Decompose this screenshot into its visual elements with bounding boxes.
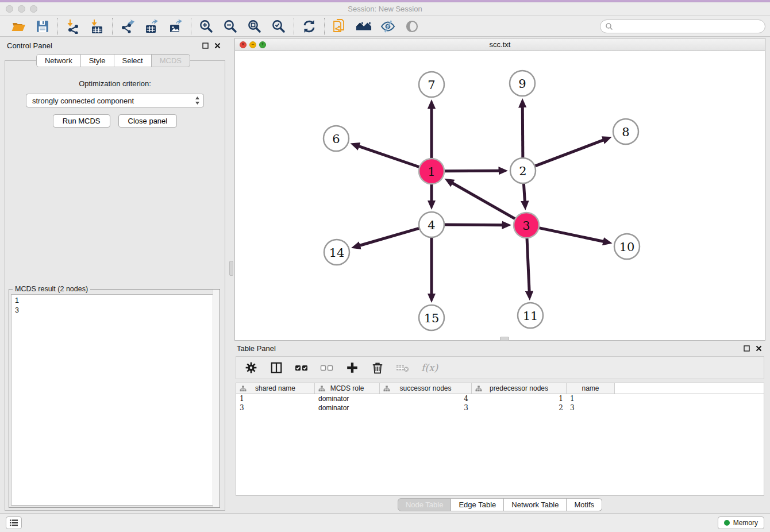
add-column-icon[interactable] bbox=[345, 361, 359, 375]
cell-successor-nodes[interactable]: 3 bbox=[380, 403, 472, 413]
graph-node-7[interactable]: 7 bbox=[419, 72, 444, 97]
show-all-networks-icon[interactable] bbox=[356, 18, 372, 34]
graph-node-10[interactable]: 10 bbox=[614, 234, 640, 259]
graph-node-3[interactable]: 3 bbox=[514, 213, 539, 238]
import-table-icon[interactable] bbox=[89, 18, 105, 34]
tab-select[interactable]: Select bbox=[114, 54, 152, 67]
zoom-out-icon[interactable] bbox=[222, 18, 238, 34]
tree-icon bbox=[383, 385, 390, 392]
cell-predecessor-nodes[interactable]: 2 bbox=[472, 403, 567, 413]
zoom-in-icon[interactable] bbox=[198, 18, 214, 34]
column-header-shared-name[interactable]: shared name bbox=[236, 383, 315, 394]
tab-edge-table[interactable]: Edge Table bbox=[451, 498, 504, 511]
new-network-from-file-icon[interactable] bbox=[332, 18, 348, 34]
zoom-selected-icon[interactable] bbox=[271, 18, 287, 34]
edge-2-to-8[interactable] bbox=[534, 140, 603, 167]
save-session-icon[interactable] bbox=[34, 18, 51, 34]
show-hidden-icon[interactable] bbox=[404, 18, 420, 34]
cell-shared-name[interactable]: 1 bbox=[236, 394, 315, 403]
export-network-icon[interactable] bbox=[120, 18, 136, 34]
edge-4-to-3[interactable] bbox=[443, 225, 502, 225]
float-table-panel-icon[interactable] bbox=[744, 345, 750, 352]
float-panel-icon[interactable] bbox=[202, 43, 209, 49]
table-row[interactable]: 3 dominator 3 2 3 bbox=[236, 403, 764, 413]
window-title: Session: New Session bbox=[0, 5, 770, 13]
edge-3-to-10[interactable] bbox=[538, 228, 603, 241]
status-bar: Memory bbox=[0, 513, 770, 532]
cell-shared-name[interactable]: 3 bbox=[236, 403, 315, 413]
horizontal-splitter-handle[interactable] bbox=[500, 337, 509, 341]
table-row[interactable]: 1 dominator 4 1 1 bbox=[236, 394, 764, 403]
vertical-splitter[interactable] bbox=[228, 37, 234, 513]
vertical-splitter-handle[interactable] bbox=[229, 261, 233, 276]
search-input[interactable] bbox=[613, 22, 760, 30]
edge-3-to-11[interactable] bbox=[527, 237, 529, 291]
edge-2-to-3[interactable] bbox=[523, 182, 525, 201]
mcds-result-textarea[interactable]: 1 3 bbox=[11, 294, 218, 506]
edge-1-to-6[interactable] bbox=[359, 147, 421, 168]
svg-text:8: 8 bbox=[622, 125, 629, 139]
svg-text:14: 14 bbox=[329, 246, 345, 260]
cell-successor-nodes[interactable]: 4 bbox=[380, 394, 472, 403]
graph-node-9[interactable]: 9 bbox=[510, 71, 535, 96]
graph-node-6[interactable]: 6 bbox=[324, 126, 349, 151]
apply-function-icon[interactable]: f(x) bbox=[421, 362, 438, 373]
memory-button[interactable]: Memory bbox=[718, 516, 764, 529]
graph-node-14[interactable]: 14 bbox=[324, 240, 349, 265]
hide-selected-icon[interactable] bbox=[380, 18, 396, 34]
column-header-mcds-role[interactable]: MCDS role bbox=[315, 383, 380, 394]
cell-mcds-role[interactable]: dominator bbox=[315, 394, 380, 403]
graph-node-11[interactable]: 11 bbox=[518, 303, 543, 328]
cell-mcds-role[interactable]: dominator bbox=[315, 403, 380, 413]
tab-network-table[interactable]: Network Table bbox=[504, 498, 567, 511]
graph-node-4[interactable]: 4 bbox=[419, 212, 444, 237]
network-canvas[interactable]: 7968124314101511 bbox=[235, 51, 765, 340]
export-table-icon[interactable] bbox=[144, 18, 160, 34]
edge-3-to-1[interactable] bbox=[452, 183, 516, 219]
graph-node-15[interactable]: 15 bbox=[419, 305, 444, 330]
import-network-icon[interactable] bbox=[65, 18, 81, 34]
refresh-view-icon[interactable] bbox=[301, 18, 317, 34]
tab-mcds[interactable]: MCDS bbox=[152, 54, 190, 67]
tab-style[interactable]: Style bbox=[81, 54, 114, 67]
graph-node-1[interactable]: 1 bbox=[419, 159, 444, 184]
column-header-name[interactable]: name bbox=[567, 383, 615, 394]
table-toolbar: f(x) bbox=[236, 356, 764, 379]
tab-motifs[interactable]: Motifs bbox=[567, 498, 602, 511]
zoom-fit-icon[interactable] bbox=[247, 18, 263, 34]
result-scrollbar[interactable] bbox=[213, 290, 220, 507]
network-minimize-button[interactable]: − bbox=[249, 41, 256, 48]
network-window-titlebar[interactable]: scc.txt × − + bbox=[235, 38, 765, 51]
graph-node-2[interactable]: 2 bbox=[510, 158, 536, 183]
table-options-icon[interactable] bbox=[244, 361, 258, 375]
export-image-icon[interactable] bbox=[168, 18, 184, 34]
tree-icon bbox=[240, 385, 247, 392]
deselect-all-rows-icon[interactable] bbox=[320, 361, 334, 375]
network-maximize-button[interactable]: + bbox=[259, 41, 266, 48]
open-session-icon[interactable] bbox=[10, 18, 26, 34]
task-history-button[interactable] bbox=[6, 516, 22, 529]
close-panel-icon[interactable] bbox=[214, 43, 221, 49]
run-mcds-button[interactable]: Run MCDS bbox=[53, 114, 110, 128]
edge-2-to-9[interactable] bbox=[522, 107, 523, 159]
optimization-criterion-select[interactable]: strongly connected component bbox=[26, 94, 204, 107]
cell-name[interactable]: 3 bbox=[567, 403, 615, 413]
network-close-button[interactable]: × bbox=[240, 41, 247, 48]
show-column-panel-icon[interactable] bbox=[270, 361, 283, 375]
close-panel-button[interactable]: Close panel bbox=[118, 114, 178, 128]
tab-network[interactable]: Network bbox=[36, 54, 81, 67]
select-all-rows-icon[interactable] bbox=[295, 361, 309, 375]
delete-table-icon[interactable] bbox=[396, 361, 410, 375]
delete-column-icon[interactable] bbox=[371, 361, 384, 375]
toolbar-separator bbox=[112, 18, 113, 35]
network-graph: 7968124314101511 bbox=[235, 51, 765, 340]
tab-node-table[interactable]: Node Table bbox=[398, 498, 452, 511]
cell-predecessor-nodes[interactable]: 1 bbox=[472, 394, 567, 403]
column-header-predecessor-nodes[interactable]: predecessor nodes bbox=[472, 383, 567, 394]
graph-node-8[interactable]: 8 bbox=[613, 119, 638, 144]
column-header-successor-nodes[interactable]: successor nodes bbox=[380, 383, 472, 394]
edge-1-to-2[interactable] bbox=[443, 171, 499, 171]
cell-name[interactable]: 1 bbox=[567, 394, 615, 403]
edge-4-to-14[interactable] bbox=[360, 228, 420, 246]
close-table-panel-icon[interactable] bbox=[756, 345, 762, 352]
